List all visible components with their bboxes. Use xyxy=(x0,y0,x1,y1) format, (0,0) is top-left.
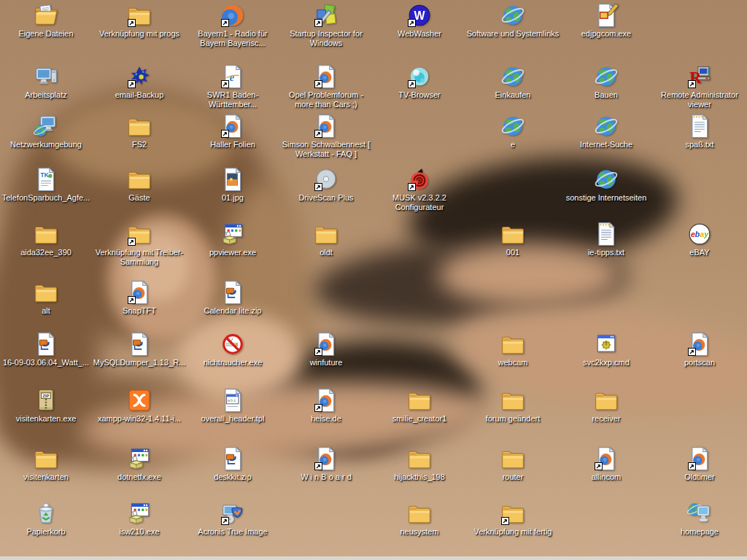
desktop-icon-winfuture[interactable]: winfuture xyxy=(279,332,374,368)
icon-label: portscan xyxy=(684,358,715,368)
desktop-icon-musk-v2-3-2-2-configurateur[interactable]: MUSK v2.3.2.2 Configurateur xyxy=(372,167,467,212)
desktop-icon-fs2[interactable]: FS2 xyxy=(92,114,187,149)
desktop-icon-visitenkarten[interactable]: visitenkarten xyxy=(0,446,93,482)
desktop-icon-ebay[interactable]: ebay eBAY xyxy=(652,222,747,257)
folder-icon xyxy=(127,167,152,192)
desktop-icon-verknüpfung-mit-progs[interactable]: Verknüpfung mit progs xyxy=(92,3,187,39)
icon-label: DriveScan Plus xyxy=(298,193,353,203)
desktop-icon-gäste[interactable]: Gäste xyxy=(92,167,187,203)
desktop-icon-dotnetfx-exe[interactable]: dotnetfx.exe xyxy=(92,446,187,482)
no-smoking-icon xyxy=(220,332,245,357)
desktop-icon-telefonsparbuch-agfe[interactable]: TK TelefonSparbuch_Agfe... xyxy=(0,167,93,203)
desktop-icon-eigene-dateien[interactable]: Eigene Dateien xyxy=(0,3,93,39)
desktop-icon-calendar-lite-zip[interactable]: Calendar lite.zip xyxy=(185,280,280,316)
desktop-icon-oldtimer[interactable]: Oldtimer xyxy=(652,446,747,482)
desktop-icon-isw210-exe[interactable]: isw210.exe xyxy=(92,501,187,537)
desktop-icon-acronis-true-image[interactable]: Acronis True Image xyxy=(185,501,280,537)
desktop-icon-xampp-win32-1-4-11-i[interactable]: xampp-win32-1.4.11-i... xyxy=(92,388,187,424)
network-places-icon xyxy=(34,114,58,139)
desktop-icon-drivescan-plus[interactable]: DriveScan Plus xyxy=(279,167,374,203)
desktop-icon-aida32ee-390[interactable]: aida32ee_390 xyxy=(0,222,93,257)
icon-label: Verknüpfung mit progs xyxy=(99,29,179,39)
shortcut-arrow-overlay xyxy=(688,348,696,356)
shortcut-arrow-overlay xyxy=(128,238,136,246)
desktop-icon-heise-de[interactable]: heise.de xyxy=(279,388,374,424)
desktop-icon-smilie-creator1[interactable]: smilie_creator1 xyxy=(372,388,467,424)
desktop-icon-simson-schwalbennest-werkstatt-faq[interactable]: Simson Schwalbennest [ Werkstatt - FAQ ] xyxy=(279,114,374,159)
icon-label: winfuture xyxy=(310,358,343,368)
shortcut-arrow-overlay xyxy=(688,462,696,470)
desktop-icon-portscan[interactable]: portscan xyxy=(652,332,747,368)
desktop-icon-allincom[interactable]: allincom xyxy=(559,446,654,482)
icon-label: visitenkarten.exe xyxy=(16,414,77,424)
internet-explorer-globe-icon xyxy=(594,114,619,139)
desktop-icon-e[interactable]: e xyxy=(465,114,560,149)
desktop-icon-bauen[interactable]: Bauen xyxy=(559,64,654,100)
desktop-icon-software-und-systemlinks[interactable]: Software und Systemlinks xyxy=(465,3,560,39)
desktop-icon-bayern1-radio-für-bayern-bayerisc[interactable]: Bayern1 - Radio für Bayern Bayerisc... xyxy=(185,3,280,48)
ie-document-icon: e xyxy=(220,64,245,89)
icon-label: SWR1 Baden-Württember... xyxy=(185,90,280,109)
desktop-icon-netzwerkumgebung[interactable]: Netzwerkumgebung xyxy=(0,114,93,149)
desktop-icon-receiver[interactable]: receiver xyxy=(559,388,654,424)
desktop-icon-forum-geändert[interactable]: forum geändert xyxy=(465,388,560,424)
folder-icon xyxy=(500,446,525,471)
internet-explorer-globe-icon xyxy=(594,167,619,192)
desktop-icon-w-i-n-b-o-a-r-d[interactable]: W i n B o a r d xyxy=(279,446,374,482)
musk-target-icon xyxy=(407,167,432,192)
icon-label: Verknüpfung mit fertig xyxy=(473,527,551,537)
desktop-icon-remote-administrator-viewer[interactable]: R Remote Administrator viewer xyxy=(652,64,747,109)
desktop-icon-alt[interactable]: alt xyxy=(0,280,93,316)
desktop-icon-ie-tipps-txt[interactable]: ie-tipps.txt xyxy=(559,222,654,257)
desktop-icon-haller-folien[interactable]: Haller Folien xyxy=(185,114,280,149)
my-documents-icon xyxy=(34,3,58,28)
desktop-icon-ppviewer-exe[interactable]: ppviewer.exe xyxy=(185,222,280,257)
desktop-icon-neusystem[interactable]: neusystem xyxy=(372,501,467,537)
desktop-icon-nichtraucher-exe[interactable]: nichtraucher.exe xyxy=(185,332,280,368)
desktop-icon-overall-header-tpl[interactable]: abc overall_header.tpl xyxy=(185,388,280,424)
firefox-document-icon xyxy=(127,280,152,305)
desktop-icon-email-backup[interactable]: email-Backup xyxy=(92,64,187,100)
desktop-icon-webwasher[interactable]: W WebWasher xyxy=(372,3,467,39)
desktop-icon-verknüpfung-mit-treiber-sammlung[interactable]: Verknüpfung mit Treiber-Sammlung xyxy=(92,222,187,267)
folder-icon xyxy=(594,388,619,413)
desktop-icon-snaptft[interactable]: SnapTFT xyxy=(92,280,187,316)
desktop-icon-16-09-03-06-04-watt[interactable]: 16-09-03.06.04_Watt_... xyxy=(0,332,93,368)
desktop-icon-001[interactable]: 001 xyxy=(465,222,560,257)
shortcut-arrow-overlay xyxy=(221,19,229,27)
desktop-icon-sonstige-internetseiten[interactable]: sonstige Internetseiten xyxy=(559,167,654,203)
desktop-icon-tv-browser[interactable]: TV-Browser xyxy=(372,64,467,100)
desktop-icon-oldt[interactable]: oldt xyxy=(279,222,374,257)
shortcut-arrow-overlay xyxy=(501,517,509,525)
shortcut-arrow-overlay xyxy=(128,296,136,304)
desktop-icon-01-jpg[interactable]: 01.jpg xyxy=(185,167,280,203)
desktop-icon-swr1-baden-württember[interactable]: e SWR1 Baden-Württember... xyxy=(185,64,280,109)
desktop-icons-layer: Eigene Dateien Verknüpfung mit progs Bay… xyxy=(0,0,747,560)
shortcut-arrow-overlay xyxy=(688,80,696,88)
desktop-icon-webcam[interactable]: webcam xyxy=(465,332,560,368)
desktop-icon-arbeitsplatz[interactable]: Arbeitsplatz xyxy=(0,64,93,100)
desktop-icon-verknüpfung-mit-fertig[interactable]: Verknüpfung mit fertig xyxy=(465,501,560,537)
desktop-icon-deskkit-zip[interactable]: deskkit.zip xyxy=(185,446,280,482)
desktop-icon-homepage[interactable]: homepage xyxy=(652,501,747,537)
desktop-icon-router[interactable]: router xyxy=(465,446,560,482)
desktop-icon-visitenkarten-exe[interactable]: ZIP visitenkarten.exe xyxy=(0,388,93,424)
icon-label: neusystem xyxy=(400,527,438,537)
desktop-icon-edjpgcom-exe[interactable]: edjpgcom.exe xyxy=(559,3,654,39)
folder-icon xyxy=(34,446,58,471)
folder-icon xyxy=(127,114,152,139)
shortcut-arrow-overlay xyxy=(314,404,322,412)
desktop-icon-startup-inspector-for-windows[interactable]: Startup Inspector for Windows xyxy=(279,3,374,48)
shortcut-arrow-overlay xyxy=(314,183,322,191)
desktop-icon-papierkorb[interactable]: Papierkorb xyxy=(0,501,93,537)
icon-label: SnapTFT xyxy=(123,306,156,316)
icon-label: Netzwerkumgebung xyxy=(10,140,82,149)
desktop-icon-einkaufen[interactable]: Einkaufen xyxy=(465,64,560,100)
folder-icon xyxy=(314,222,338,246)
desktop-icon-internet-suche[interactable]: Internet-Suche xyxy=(559,114,654,149)
desktop-icon-opel-problemforum-more-than-cars[interactable]: Opel Problemforum - more than Cars ;) xyxy=(279,64,374,109)
desktop-icon-svc2kxp-cmd[interactable]: svc2kxp.cmd xyxy=(559,332,654,368)
desktop-icon-spaß-txt[interactable]: spaß.txt xyxy=(652,114,747,149)
desktop-icon-mysqldumper-1-13-r[interactable]: MySQLDumper_1.13_R... xyxy=(92,332,187,368)
desktop-icon-hijackthis-198[interactable]: hijackthis_198 xyxy=(372,446,467,482)
